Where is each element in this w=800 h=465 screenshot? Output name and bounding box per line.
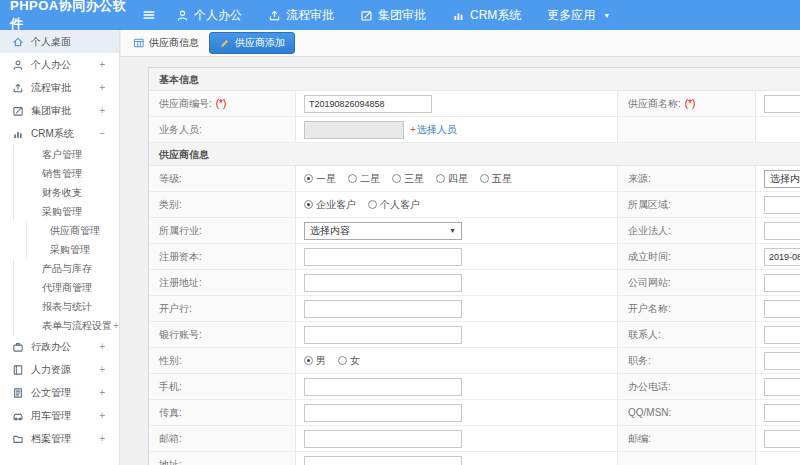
menu-toggle-icon[interactable] bbox=[142, 8, 156, 22]
radio-input[interactable] bbox=[392, 174, 401, 183]
fax-input[interactable] bbox=[304, 404, 462, 422]
expand-plus-icon[interactable]: + bbox=[113, 320, 119, 331]
radio-option[interactable]: 二星 bbox=[348, 172, 380, 186]
radio-option[interactable]: 一星 bbox=[304, 172, 336, 186]
bank-input[interactable] bbox=[304, 300, 462, 318]
sidebar-item-label: 个人桌面 bbox=[31, 35, 71, 49]
form-row: 类别:企业客户个人客户所属区域: bbox=[149, 192, 800, 218]
sidebar-item-label: 档案管理 bbox=[31, 432, 71, 446]
sidebar-item-sales-mgmt[interactable]: 销售管理+ bbox=[13, 164, 119, 183]
expand-plus-icon[interactable]: + bbox=[75, 168, 81, 179]
radio-option[interactable]: 女 bbox=[338, 354, 360, 368]
website-input[interactable] bbox=[764, 274, 800, 292]
sidebar-item-customer-mgmt[interactable]: 客户管理+ bbox=[13, 145, 119, 164]
expand-plus-icon[interactable]: + bbox=[75, 149, 81, 160]
expand-plus-icon[interactable]: + bbox=[99, 387, 105, 398]
expand-plus-icon[interactable]: + bbox=[99, 410, 105, 421]
sidebar-item-product-inventory[interactable]: 产品与库存+ bbox=[13, 259, 119, 278]
radio-option[interactable]: 四星 bbox=[436, 172, 468, 186]
nav-crm-system[interactable]: CRM系统 bbox=[452, 7, 521, 24]
sidebar-item-vehicle-mgmt[interactable]: 用车管理+ bbox=[0, 404, 119, 427]
sidebar-item-doc-mgmt[interactable]: 公文管理+ bbox=[0, 381, 119, 404]
expand-plus-icon[interactable]: + bbox=[99, 341, 105, 352]
collapse-minus-icon[interactable]: − bbox=[99, 128, 105, 139]
field-label: 成立时间: bbox=[628, 250, 671, 264]
sidebar-item-hr[interactable]: 人力资源+ bbox=[0, 358, 119, 381]
expand-plus-icon[interactable]: + bbox=[75, 187, 81, 198]
sidebar-item-desktop[interactable]: 个人桌面 bbox=[0, 30, 119, 53]
radio-input[interactable] bbox=[304, 174, 313, 183]
legal-person-input[interactable] bbox=[764, 222, 800, 240]
zip-code-input[interactable] bbox=[764, 430, 800, 448]
form-row: 所属行业:选择内容▼企业法人: bbox=[149, 218, 800, 244]
nav-group-approval[interactable]: 集团审批 bbox=[360, 7, 426, 24]
radio-input[interactable] bbox=[304, 200, 313, 209]
radio-input[interactable] bbox=[436, 174, 445, 183]
sidebar-item-crm-system[interactable]: CRM系统− bbox=[0, 122, 119, 145]
radio-option[interactable]: 个人客户 bbox=[368, 198, 420, 212]
supplier-name-input[interactable] bbox=[764, 95, 800, 113]
field-label-cell: 开户行: bbox=[149, 296, 296, 321]
expand-plus-icon[interactable]: + bbox=[75, 263, 81, 274]
sidebar-item-purchase-mgmt[interactable]: 采购管理− bbox=[13, 202, 119, 221]
email-input[interactable] bbox=[304, 430, 462, 448]
section-header: 供应商信息 bbox=[149, 143, 800, 166]
radio-input[interactable] bbox=[338, 356, 347, 365]
sidebar-item-finance[interactable]: 财务收支+ bbox=[13, 183, 119, 202]
radio-input[interactable] bbox=[368, 200, 377, 209]
registered-capital-input[interactable] bbox=[304, 248, 462, 266]
tab-supplier-add[interactable]: 供应商添加 bbox=[209, 32, 295, 54]
nav-more-apps[interactable]: 更多应用▼ bbox=[547, 7, 610, 24]
job-title-input[interactable] bbox=[764, 352, 800, 370]
registered-address-input[interactable] bbox=[304, 274, 462, 292]
supplier-code-input[interactable] bbox=[304, 95, 432, 113]
qq-msn-input[interactable] bbox=[764, 404, 800, 422]
expand-plus-icon[interactable]: + bbox=[75, 282, 81, 293]
source-select[interactable]: 选择内容▼ bbox=[764, 170, 800, 188]
address-input[interactable] bbox=[304, 456, 462, 465]
field-label-cell: 性别: bbox=[149, 348, 296, 373]
radio-input[interactable] bbox=[304, 356, 313, 365]
nav-process-approval[interactable]: 流程审批 bbox=[268, 7, 334, 24]
sidebar-item-form-flow-settings[interactable]: 表单与流程设置+ bbox=[13, 316, 119, 335]
sidebar-item-process-approval[interactable]: 流程审批+ bbox=[0, 76, 119, 99]
field-cell bbox=[756, 400, 800, 425]
account-name-input[interactable] bbox=[764, 300, 800, 318]
contact-input[interactable] bbox=[764, 326, 800, 344]
business-person-input[interactable] bbox=[304, 121, 404, 139]
expand-plus-icon[interactable]: + bbox=[99, 105, 105, 116]
founded-date-input[interactable] bbox=[764, 248, 800, 266]
sidebar-item-admin-office[interactable]: 行政办公+ bbox=[0, 335, 119, 358]
office-phone-input[interactable] bbox=[764, 378, 800, 396]
nav-personal-office[interactable]: 个人办公 bbox=[176, 7, 242, 24]
sidebar-item-agent-mgmt[interactable]: 代理商管理+ bbox=[13, 278, 119, 297]
user-icon bbox=[12, 59, 24, 71]
radio-option[interactable]: 三星 bbox=[392, 172, 424, 186]
expand-plus-icon[interactable]: + bbox=[99, 364, 105, 375]
tab-supplier-info[interactable]: 供应商信息 bbox=[133, 36, 199, 50]
sidebar-item-reports-stats[interactable]: 报表与统计 bbox=[13, 297, 119, 316]
collapse-minus-icon[interactable]: − bbox=[75, 206, 81, 217]
expand-plus-icon[interactable]: + bbox=[99, 433, 105, 444]
mobile-input[interactable] bbox=[304, 378, 462, 396]
radio-label: 四星 bbox=[448, 172, 468, 186]
industry-select[interactable]: 选择内容▼ bbox=[304, 222, 462, 240]
field-label: 职务: bbox=[628, 354, 651, 368]
sidebar-item-purchasing[interactable]: 采购管理 bbox=[26, 240, 119, 259]
select-person-link[interactable]: +选择人员 bbox=[410, 123, 457, 137]
bank-account-input[interactable] bbox=[304, 326, 462, 344]
sidebar-item-personal-office[interactable]: 个人办公+ bbox=[0, 53, 119, 76]
sidebar-item-group-approval[interactable]: 集团审批+ bbox=[0, 99, 119, 122]
region-input[interactable] bbox=[764, 196, 800, 214]
field-label-cell: 职务: bbox=[618, 348, 756, 373]
expand-plus-icon[interactable]: + bbox=[99, 82, 105, 93]
sidebar-item-supplier-mgmt[interactable]: 供应商管理 bbox=[26, 221, 119, 240]
sidebar-item-archive-mgmt[interactable]: 档案管理+ bbox=[0, 427, 119, 450]
radio-input[interactable] bbox=[480, 174, 489, 183]
radio-input[interactable] bbox=[348, 174, 357, 183]
radio-option[interactable]: 男 bbox=[304, 354, 326, 368]
expand-plus-icon[interactable]: + bbox=[99, 59, 105, 70]
field-cell bbox=[756, 426, 800, 451]
radio-option[interactable]: 企业客户 bbox=[304, 198, 356, 212]
radio-option[interactable]: 五星 bbox=[480, 172, 512, 186]
